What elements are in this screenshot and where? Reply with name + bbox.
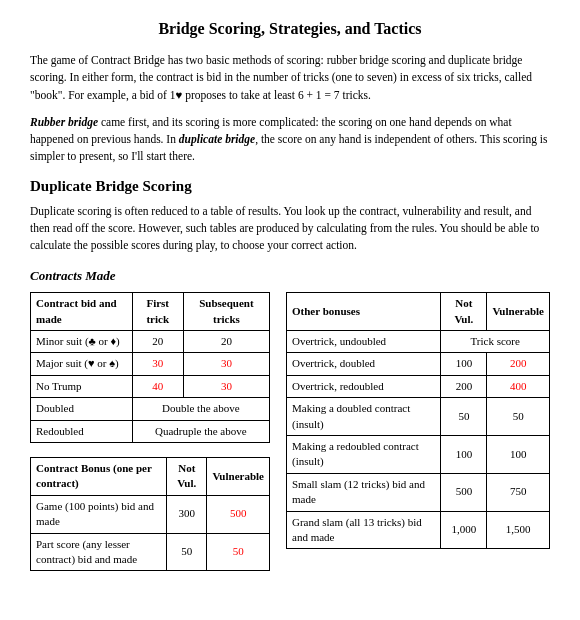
table-cell: 50 — [207, 533, 270, 571]
table-row: No Trump — [31, 375, 133, 397]
table-cell: 20 — [132, 331, 183, 353]
table-cell: 500 — [207, 495, 270, 533]
table-row: Overtrick, redoubled — [287, 375, 441, 397]
intro-paragraph: The game of Contract Bridge has two basi… — [30, 52, 550, 104]
table-cell: 100 — [441, 435, 487, 473]
tables-container: Contract bid and made First trick Subseq… — [30, 292, 550, 571]
table-cell: Double the above — [132, 398, 269, 420]
col-header-subsequent-tricks: Subsequent tricks — [183, 293, 269, 331]
rubber-bridge-paragraph: Rubber bridge came first, and its scorin… — [30, 114, 550, 166]
col-header-vulnerable: Vulnerable — [207, 457, 270, 495]
table-cell: 200 — [487, 353, 550, 375]
table-cell: 20 — [183, 331, 269, 353]
col-header-vulnerable2: Vulnerable — [487, 293, 550, 331]
col-header-bonus: Contract Bonus (one per contract) — [31, 457, 167, 495]
col-header-first-trick: First trick — [132, 293, 183, 331]
col-header-contract: Contract bid and made — [31, 293, 133, 331]
table-row: Small slam (12 tricks) bid and made — [287, 473, 441, 511]
table-cell: 400 — [487, 375, 550, 397]
table-cell: 750 — [487, 473, 550, 511]
table-cell: 100 — [441, 353, 487, 375]
table-row: Major suit (♥ or ♠) — [31, 353, 133, 375]
table-cell: 50 — [487, 398, 550, 436]
table-row: Doubled — [31, 398, 133, 420]
right-table: Other bonuses Not Vul. Vulnerable Overtr… — [286, 292, 550, 549]
table-cell: 40 — [132, 375, 183, 397]
col-header-not-vul2: Not Vul. — [441, 293, 487, 331]
section-heading: Duplicate Bridge Scoring — [30, 178, 550, 195]
table-cell: 200 — [441, 375, 487, 397]
table-cell: 1,500 — [487, 511, 550, 549]
table-cell: 50 — [167, 533, 207, 571]
duplicate-intro-paragraph: Duplicate scoring is often reduced to a … — [30, 203, 550, 255]
table-cell: 300 — [167, 495, 207, 533]
table-row: Overtrick, doubled — [287, 353, 441, 375]
table-cell: 100 — [487, 435, 550, 473]
col-header-not-vul: Not Vul. — [167, 457, 207, 495]
table-cell: 30 — [183, 375, 269, 397]
table-cell: 1,000 — [441, 511, 487, 549]
table-cell: Quadruple the above — [132, 420, 269, 442]
table-cell: 30 — [132, 353, 183, 375]
table-row: Making a redoubled contract (insult) — [287, 435, 441, 473]
contract-bonus-table: Contract Bonus (one per contract) Not Vu… — [30, 457, 270, 571]
table-cell: Trick score — [441, 331, 550, 353]
contract-bid-table: Contract bid and made First trick Subseq… — [30, 292, 270, 443]
table-cell: 50 — [441, 398, 487, 436]
col-header-other-bonuses: Other bonuses — [287, 293, 441, 331]
table-row: Part score (any lesser contract) bid and… — [31, 533, 167, 571]
rubber-bridge-label: Rubber bridge — [30, 116, 98, 128]
table-row: Game (100 points) bid and made — [31, 495, 167, 533]
contracts-made-heading: Contracts Made — [30, 268, 550, 284]
table-cell: 30 — [183, 353, 269, 375]
table-row: Making a doubled contract (insult) — [287, 398, 441, 436]
table-row: Overtrick, undoubled — [287, 331, 441, 353]
left-tables: Contract bid and made First trick Subseq… — [30, 292, 270, 571]
duplicate-bridge-label: duplicate bridge — [179, 133, 255, 145]
table-row: Redoubled — [31, 420, 133, 442]
page-title: Bridge Scoring, Strategies, and Tactics — [30, 20, 550, 38]
table-row: Minor suit (♣ or ♦) — [31, 331, 133, 353]
other-bonuses-table: Other bonuses Not Vul. Vulnerable Overtr… — [286, 292, 550, 549]
table-cell: 500 — [441, 473, 487, 511]
table-row: Grand slam (all 13 tricks) bid and made — [287, 511, 441, 549]
